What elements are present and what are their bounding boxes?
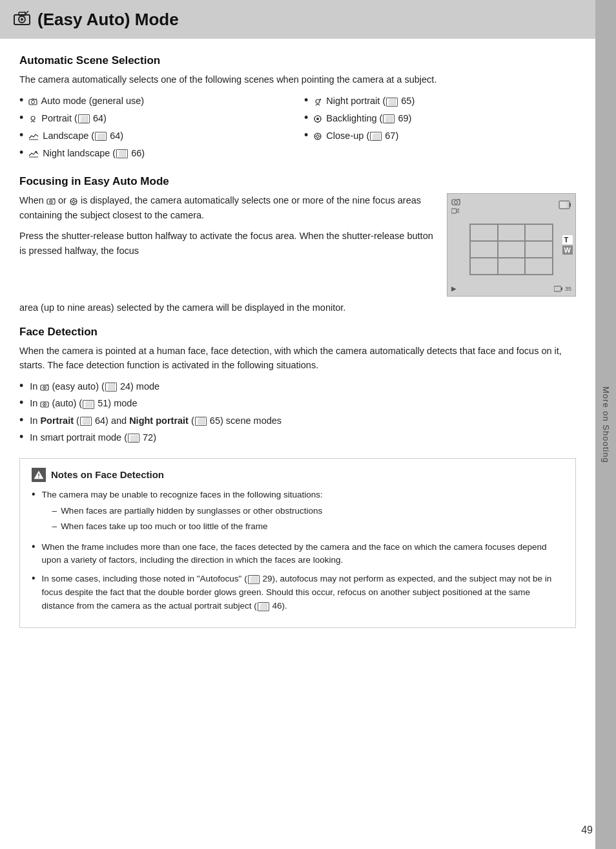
svg-point-26 [72,200,75,203]
auto-scene-heading: Automatic Scene Selection [0,54,595,67]
page-number: 49 [581,824,593,836]
camera-icon [13,10,31,30]
list-item: • Close-up (⬜ 67) [304,129,576,143]
list-item: • Portrait (⬜ 64) [19,112,291,126]
notes-title: Notes on Face Detection [32,468,564,482]
notes-icon [32,468,46,482]
svg-rect-2 [19,12,25,16]
list-item: • In some cases, including those noted i… [32,572,564,613]
svg-point-3 [21,18,23,21]
svg-point-41 [44,387,45,388]
list-item: • Backlighting (⬜ 69) [304,112,576,126]
camera-preview: ▶ 35 T W [447,193,576,297]
focusing-para2: Press the shutter-release button halfway… [19,229,434,258]
sidebar-tab: More on Shooting [595,0,616,849]
focusing-para1: When or is displayed, the camera automat… [19,193,434,222]
focusing-heading: Focusing in Easy Auto Mode [0,175,595,188]
night-portrait-text: Night portrait (⬜ 65) [313,94,415,109]
face-detection-list: • In (easy auto) (⬜ 24) mode • In (auto)… [19,379,576,445]
auto-scene-description: The camera automatically selects one of … [0,72,595,87]
svg-rect-35 [570,203,571,207]
list-item: • Landscape (⬜ 64) [19,129,291,143]
list-item: • When the frame includes more than one … [32,541,564,568]
svg-point-32 [455,201,458,204]
list-item: • In (auto) (⬜ 51) mode [19,396,576,410]
svg-point-15 [316,118,319,120]
list-item: • Night landscape (⬜ 66) [19,147,291,161]
face-detection-section: When the camera is pointed at a human fa… [0,344,595,445]
svg-point-6 [31,116,35,120]
scene-list: • Auto mode (general use) • Portrait (⬜ … [0,94,595,163]
page-header: (Easy Auto) Mode [0,1,595,39]
list-item: • The camera may be unable to recognize … [32,488,564,536]
svg-rect-37 [554,286,561,291]
list-item: • In smart portrait mode (⬜ 72) [19,430,576,445]
svg-point-5 [32,101,35,104]
svg-rect-36 [560,202,566,208]
face-detection-description: When the camera is pointed at a human fa… [19,344,576,373]
scene-col-right: • Night portrait (⬜ 65) • Backlighting (… [304,94,576,163]
svg-rect-33 [451,209,457,213]
scene-col-left: • Auto mode (general use) • Portrait (⬜ … [19,94,291,163]
svg-point-8 [316,100,320,103]
notes-box: Notes on Face Detection • The camera may… [19,458,576,628]
svg-rect-38 [561,288,562,290]
notes-heading: Notes on Face Detection [51,469,164,480]
svg-point-24 [50,201,52,202]
face-detection-heading: Face Detection [0,326,595,339]
list-item: • In Portrait (⬜ 64) and Night portrait … [19,414,576,428]
svg-point-9 [320,98,321,100]
list-item: • Auto mode (general use) [19,94,291,109]
svg-point-7 [36,151,37,152]
svg-point-46 [38,477,39,478]
night-landscape-text: Night landscape (⬜ 66) [28,147,145,161]
svg-point-17 [316,135,319,138]
list-item: • In (easy auto) (⬜ 24) mode [19,379,576,393]
focusing-section: When or is displayed, the camera automat… [0,193,595,315]
focusing-text: When or is displayed, the camera automat… [19,193,434,264]
notes-list: • The camera may be unable to recognize … [32,488,564,613]
list-item: • Night portrait (⬜ 65) [304,94,576,109]
page-title: (Easy Auto) Mode [37,10,179,30]
sidebar-label: More on Shooting [601,386,611,463]
svg-point-44 [44,404,45,405]
focusing-para3: area (up to nine areas) selected by the … [19,300,576,315]
